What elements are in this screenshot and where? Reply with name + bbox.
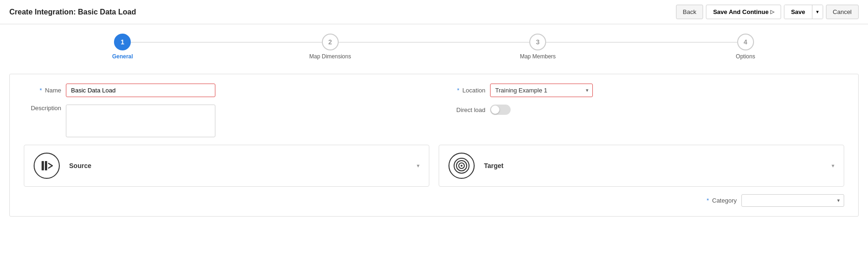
step-1-general[interactable]: 1 General [19, 34, 227, 60]
save-button[interactable]: Save [784, 5, 811, 19]
source-target-row: Source ▾ Target ▾ [24, 145, 844, 187]
description-input[interactable] [66, 105, 215, 137]
stepper: 1 General 2 Map Dimensions 3 Map Members… [0, 24, 868, 69]
name-required-star: * [40, 87, 42, 94]
location-group: * Location Training Example 1 ▾ [448, 84, 844, 97]
source-icon [38, 157, 55, 174]
save-split-button: Save ▾ [784, 5, 823, 19]
back-button[interactable]: Back [676, 5, 704, 19]
step-1-circle: 1 [114, 34, 131, 50]
direct-load-toggle[interactable] [490, 105, 511, 115]
save-dropdown-arrow[interactable]: ▾ [812, 5, 823, 19]
step-2-circle: 2 [322, 34, 339, 50]
direct-load-label: Direct load [448, 106, 485, 113]
page-header: Create Integration: Basic Data Load Back… [0, 0, 868, 24]
step-4-options[interactable]: 4 Options [642, 34, 850, 60]
svg-rect-0 [42, 161, 44, 170]
step-3-circle: 3 [529, 34, 546, 50]
direct-load-group: Direct load [448, 105, 844, 115]
cancel-button[interactable]: Cancel [826, 5, 859, 19]
description-directload-row: Description Direct load [24, 105, 844, 137]
target-label: Target [484, 162, 822, 169]
main-content: * Name * Location Training Example 1 ▾ [0, 69, 868, 233]
location-dropdown-icon[interactable]: ▾ [582, 84, 592, 96]
toggle-switch[interactable] [490, 105, 511, 115]
category-value [742, 198, 833, 204]
save-and-continue-button[interactable]: Save And Continue ▷ [706, 5, 781, 19]
location-label: * Location [448, 87, 485, 94]
target-card[interactable]: Target ▾ [439, 145, 844, 187]
step-2-label: Map Dimensions [309, 53, 351, 60]
step-4-label: Options [736, 53, 755, 60]
step-3-map-members[interactable]: 3 Map Members [434, 34, 642, 60]
location-value: Training Example 1 [491, 84, 582, 97]
svg-rect-1 [45, 161, 47, 170]
location-required-star: * [457, 87, 459, 94]
category-label: * Category [699, 197, 737, 204]
header-actions: Back Save And Continue ▷ Save ▾ Cancel [676, 5, 859, 19]
name-group: * Name [24, 84, 420, 97]
category-required-star: * [707, 197, 709, 204]
page-title: Create Integration: Basic Data Load [9, 8, 136, 16]
source-icon-wrapper [34, 153, 60, 179]
step-4-circle: 4 [737, 34, 754, 50]
target-dropdown-icon[interactable]: ▾ [832, 162, 834, 169]
step-1-label: General [112, 53, 133, 60]
category-dropdown-icon[interactable]: ▾ [833, 195, 844, 206]
source-label: Source [69, 162, 407, 169]
description-label: Description [24, 105, 61, 112]
form-section: * Name * Location Training Example 1 ▾ [9, 74, 859, 217]
save-continue-chevron-icon: ▷ [770, 9, 774, 15]
name-input[interactable] [66, 84, 215, 97]
step-3-label: Map Members [520, 53, 556, 60]
source-dropdown-icon[interactable]: ▾ [417, 162, 420, 169]
description-group: Description [24, 105, 420, 137]
name-location-row: * Name * Location Training Example 1 ▾ [24, 84, 844, 97]
target-icon [453, 157, 470, 174]
step-2-map-dimensions[interactable]: 2 Map Dimensions [227, 34, 434, 60]
category-select[interactable]: ▾ [741, 194, 844, 207]
location-select[interactable]: Training Example 1 ▾ [490, 84, 593, 97]
target-icon-wrapper [448, 153, 475, 179]
name-label: * Name [24, 87, 61, 94]
source-card[interactable]: Source ▾ [24, 145, 429, 187]
svg-point-5 [461, 165, 462, 167]
toggle-knob [491, 105, 499, 114]
